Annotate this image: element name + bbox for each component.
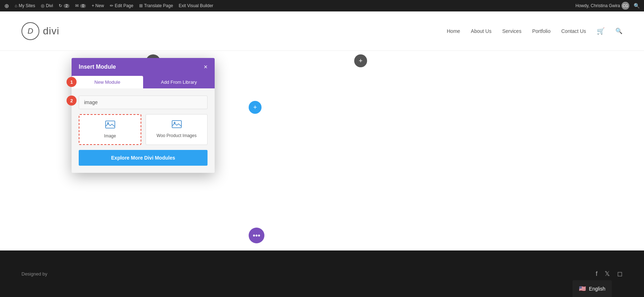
facebook-icon[interactable]: f (596, 270, 597, 278)
language-widget[interactable]: 🇺🇸 English (572, 280, 612, 297)
sites-icon: ⌂ (15, 3, 17, 8)
edit-icon: ✏ (110, 3, 113, 8)
nav-search-icon[interactable]: 🔍 (615, 28, 623, 34)
modal-header: Insert Module × (72, 58, 215, 76)
nav-portfolio[interactable]: Portfolio (532, 28, 550, 34)
add-section-button-top[interactable]: + (354, 54, 367, 67)
tab-new-module[interactable]: New Module (72, 76, 143, 88)
new-link[interactable]: + New (92, 3, 104, 8)
user-greeting[interactable]: Howdy, Christina Gwira CG (576, 2, 629, 10)
main-content: ↩ + + 1 2 Insert Module × New Module Add… (0, 51, 644, 297)
plus-icon-blue: + (253, 104, 257, 111)
woo-images-module-icon (172, 120, 182, 130)
module-card-woo-images[interactable]: Woo Product Images (146, 114, 208, 145)
step-2-badge: 2 (67, 96, 77, 106)
logo-circle: D (21, 22, 39, 40)
updates-link[interactable]: ↻ 2 (59, 3, 69, 8)
woo-images-module-label: Woo Product Images (157, 133, 197, 138)
module-search-input[interactable] (79, 96, 208, 109)
site-header: D divi Home About Us Services Portfolio … (0, 11, 644, 51)
comments-icon: ✉ (75, 3, 79, 8)
logo-text: divi (43, 25, 59, 37)
language-label: English (589, 286, 605, 292)
module-card-image[interactable]: Image (79, 114, 141, 145)
nav-home[interactable]: Home (447, 28, 460, 34)
my-sites-link[interactable]: ⌂ My Sites (15, 3, 35, 8)
add-column-button[interactable]: + (249, 101, 262, 114)
divi-icon: ◎ (41, 3, 44, 8)
dots-icon: ••• (253, 232, 260, 240)
logo-d-letter: D (28, 26, 33, 36)
site-nav: Home About Us Services Portfolio Contact… (447, 27, 623, 35)
translate-icon: ⊞ (139, 3, 143, 8)
cart-icon[interactable]: 🛒 (597, 27, 605, 35)
site-logo[interactable]: D divi (21, 22, 59, 40)
explore-modules-button[interactable]: Explore More Divi Modules (79, 150, 208, 166)
instagram-icon[interactable]: ◻ (617, 270, 623, 278)
insert-module-modal: Insert Module × New Module Add From Libr… (72, 58, 215, 173)
language-flag: 🇺🇸 (579, 285, 586, 292)
image-module-label: Image (104, 133, 116, 138)
updates-icon: ↻ (59, 3, 62, 8)
step-1-badge: 1 (67, 77, 77, 87)
wordpress-icon[interactable]: ⊕ (4, 3, 9, 9)
admin-bar-right: Howdy, Christina Gwira CG 🔍 (576, 2, 640, 10)
nav-about[interactable]: About Us (471, 28, 492, 34)
edit-page-link[interactable]: ✏ Edit Page (110, 3, 133, 8)
exit-builder-link[interactable]: Exit Visual Builder (179, 3, 214, 8)
nav-contact[interactable]: Contact Us (561, 28, 586, 34)
modal-close-button[interactable]: × (204, 64, 208, 70)
twitter-icon[interactable]: 𝕏 (605, 270, 610, 278)
floating-menu-button[interactable]: ••• (249, 228, 264, 243)
plus-icon: + (359, 57, 363, 65)
divi-link[interactable]: ◎ Divi (41, 3, 53, 8)
footer-designed-by: Designed by (21, 271, 47, 277)
modal-body: Image Woo Product Images Explore More Di… (72, 88, 215, 173)
admin-search-icon[interactable]: 🔍 (634, 3, 640, 9)
footer-social: f 𝕏 ◻ (596, 270, 623, 278)
module-grid: Image Woo Product Images (79, 114, 208, 145)
modal-tabs: New Module Add From Library (72, 76, 215, 88)
admin-bar: ⊕ ⌂ My Sites ◎ Divi ↻ 2 ✉ 0 + New ✏ Edit… (0, 0, 644, 11)
footer-strip: Designed by f 𝕏 ◻ (0, 250, 644, 297)
translate-page-link[interactable]: ⊞ Translate Page (139, 3, 173, 8)
image-module-icon (105, 121, 115, 131)
comments-link[interactable]: ✉ 0 (75, 3, 86, 8)
nav-services[interactable]: Services (502, 28, 522, 34)
modal-title: Insert Module (79, 64, 116, 70)
user-avatar: CG (621, 2, 629, 10)
tab-add-from-library[interactable]: Add From Library (143, 76, 215, 88)
